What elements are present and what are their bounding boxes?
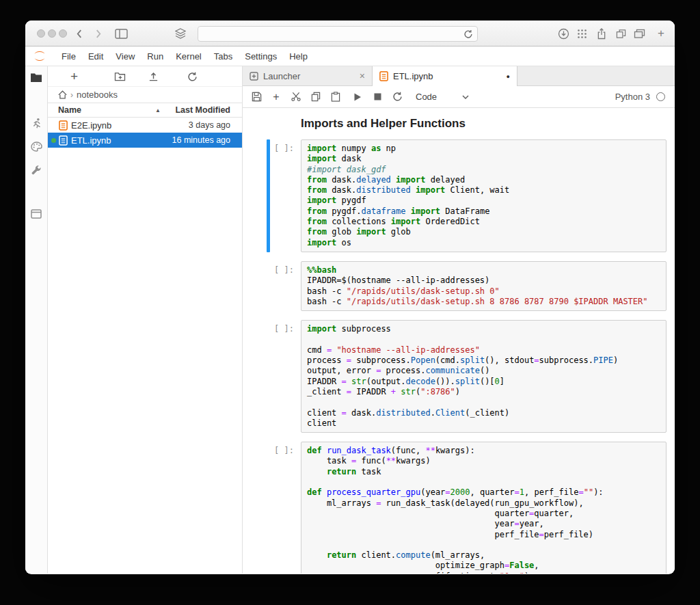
new-folder-button[interactable] — [114, 70, 126, 83]
refresh-icon — [392, 92, 403, 102]
menu-item-tabs[interactable]: Tabs — [208, 51, 239, 62]
copy-cells-button[interactable] — [310, 92, 321, 102]
notebook-code-cell[interactable]: [ ]:%%bashIPADDR=$(hostname --all-ip-add… — [243, 261, 667, 311]
sidebar-tab-running-sessions[interactable] — [25, 118, 47, 129]
left-activity-bar — [25, 66, 48, 574]
column-name-label[interactable]: Name — [58, 105, 81, 115]
notebook-file-icon — [59, 135, 68, 146]
chevron-right-icon — [95, 29, 102, 39]
insert-cell-button[interactable]: + — [271, 91, 282, 103]
cell-code-editor[interactable]: import subprocess cmd = "hostname --all-… — [301, 320, 667, 433]
menu-item-run[interactable]: Run — [141, 51, 170, 62]
file-name: ETL.ipynb — [71, 135, 111, 146]
chevron-down-icon — [462, 95, 469, 99]
menu-item-view[interactable]: View — [109, 51, 141, 62]
menu-item-edit[interactable]: Edit — [82, 51, 109, 62]
cell-type-value: Code — [416, 92, 437, 102]
unsaved-changes-dot[interactable]: ● — [507, 73, 510, 80]
duplicate-tab-button[interactable] — [616, 27, 626, 40]
palette-icon — [31, 142, 42, 152]
window-close-button[interactable] — [37, 29, 45, 38]
file-name: E2E.ipynb — [71, 120, 111, 131]
runner-icon — [31, 118, 42, 129]
menu-item-settings[interactable]: Settings — [239, 51, 283, 62]
sidebar-tab-open-tabs[interactable] — [25, 209, 47, 219]
window-zoom-button[interactable] — [59, 29, 67, 38]
kernel-name-label[interactable]: Python 3 — [615, 92, 650, 102]
kernel-status-icon[interactable] — [656, 92, 665, 101]
cell-code-editor[interactable]: def run_dask_task(func, **kwargs): task … — [301, 442, 667, 574]
breadcrumb-separator: › — [70, 90, 73, 100]
show-all-tabs-button[interactable] — [634, 27, 645, 40]
wrench-icon — [31, 165, 42, 176]
screen-background: + File Edit View Run Kernel Tabs Setting… — [0, 0, 700, 605]
tab-close-button[interactable]: × — [360, 71, 365, 81]
notebook-file-icon — [379, 71, 388, 81]
tab-label: Launcher — [263, 71, 300, 81]
save-button[interactable] — [251, 92, 262, 102]
file-row[interactable]: E2E.ipynb 3 days ago — [48, 118, 242, 133]
jupyterlab-menu-bar: File Edit View Run Kernel Tabs Settings … — [25, 46, 675, 66]
menu-item-file[interactable]: File — [55, 51, 82, 62]
restart-kernel-button[interactable] — [392, 92, 403, 102]
browser-window: + File Edit View Run Kernel Tabs Setting… — [25, 21, 675, 574]
browser-forward-button[interactable] — [95, 27, 102, 40]
notebook-scroll-area[interactable]: Imports and Helper Functions [ ]:import … — [243, 108, 675, 574]
notebook-code-cell[interactable]: [ ]:def run_dask_task(func, **kwargs): t… — [243, 442, 667, 574]
notebook-file-icon — [59, 120, 68, 131]
refresh-button[interactable] — [187, 70, 198, 83]
stop-kernel-button[interactable] — [372, 93, 383, 100]
notebook-code-cell[interactable]: [ ]:import numpy as npimport dask#import… — [243, 139, 667, 252]
sidebar-icon — [115, 29, 128, 39]
refresh-icon — [187, 72, 198, 82]
breadcrumb-folder[interactable]: notebooks — [77, 90, 118, 100]
tab-groups-button[interactable] — [175, 27, 186, 40]
launcher-icon — [250, 72, 258, 81]
cut-cells-button[interactable] — [291, 92, 301, 102]
window-minimize-button[interactable] — [48, 29, 56, 38]
column-modified-label[interactable]: Last Modified — [175, 105, 230, 115]
new-folder-icon — [114, 72, 126, 81]
address-bar[interactable] — [198, 26, 478, 42]
notebook-code-cell[interactable]: [ ]:import subprocess cmd = "hostname --… — [243, 320, 667, 433]
reload-icon[interactable] — [463, 29, 473, 39]
file-browser-panel: + › notebooks Na — [48, 66, 243, 574]
share-button[interactable] — [597, 27, 606, 40]
menu-item-help[interactable]: Help — [283, 51, 314, 62]
tab-launcher[interactable]: Launcher × — [243, 66, 373, 85]
cell-code-editor[interactable]: %%bashIPADDR=$(hostname --all-ip-address… — [301, 261, 667, 311]
file-modified: 3 days ago — [189, 120, 230, 130]
save-icon — [252, 92, 262, 102]
notebook-toolbar: + — [243, 86, 675, 108]
menu-item-kernel[interactable]: Kernel — [170, 51, 208, 62]
tab-etl-notebook[interactable]: ETL.ipynb ● — [373, 66, 517, 86]
stop-icon — [374, 93, 381, 100]
browser-back-button[interactable] — [76, 27, 83, 40]
extensions-button[interactable] — [577, 27, 587, 40]
file-row[interactable]: ETL.ipynb 16 minutes ago — [48, 133, 242, 148]
sidebar-tab-cell-tools[interactable] — [25, 165, 47, 176]
home-icon[interactable] — [58, 90, 67, 99]
paste-cells-button[interactable] — [330, 92, 341, 102]
cell-code-editor[interactable]: import numpy as npimport dask#import das… — [301, 139, 667, 252]
tabs-icon — [634, 29, 645, 38]
sidebar-toggle-button[interactable] — [115, 27, 128, 40]
cell-type-dropdown[interactable]: Code — [416, 92, 469, 102]
file-modified: 16 minutes ago — [172, 135, 230, 145]
sidebar-tab-command-palette[interactable] — [25, 142, 47, 152]
breadcrumb: › notebooks — [48, 87, 242, 103]
sort-ascending-icon: ▲ — [155, 107, 161, 113]
sidebar-tab-files[interactable] — [25, 72, 47, 83]
cell-execution-prompt: [ ]: — [270, 442, 297, 574]
run-cell-button[interactable] — [352, 92, 363, 102]
upload-button[interactable] — [148, 70, 159, 83]
tab-label: ETL.ipynb — [393, 71, 433, 81]
downloads-button[interactable] — [558, 27, 569, 40]
jupyter-logo-icon — [32, 49, 49, 64]
run-icon — [353, 92, 362, 102]
new-tab-button[interactable]: + — [658, 27, 664, 40]
scissors-icon — [291, 92, 301, 102]
file-list-header: Name ▲ Last Modified — [48, 103, 242, 118]
grid-icon — [577, 29, 587, 39]
new-launcher-button[interactable]: + — [70, 70, 78, 83]
